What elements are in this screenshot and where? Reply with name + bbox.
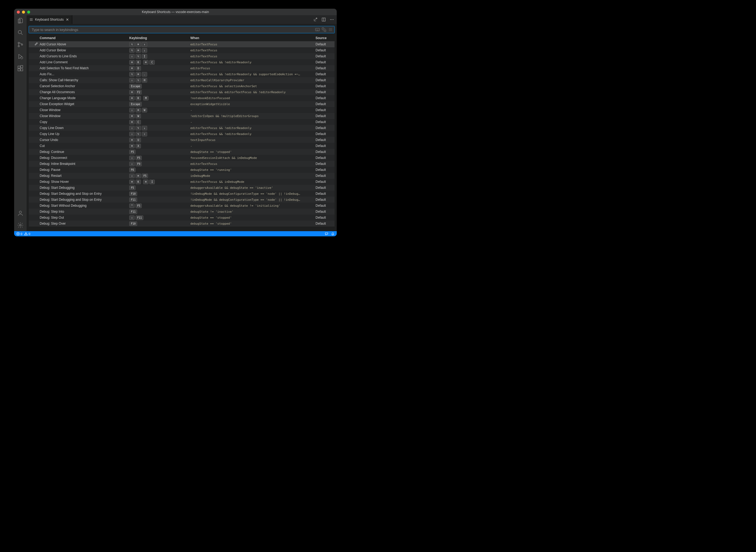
keybinding-cell: ⌘K⌘C — [129, 60, 190, 64]
keycap: ⌘ — [136, 108, 141, 113]
keycap: Escape — [129, 102, 142, 107]
svg-point-0 — [18, 30, 21, 34]
command-cell: Calls: Show Call Hierarchy — [40, 78, 129, 82]
keybinding-row[interactable]: Close Exception WidgetEscapeexceptionWid… — [29, 101, 335, 107]
when-cell: focusedSessionIsAttach && inDebugMode — [190, 156, 316, 160]
keybinding-row[interactable]: Change All Occurrences⌘F2editorTextFocus… — [29, 89, 335, 95]
keybinding-cell: F5 — [129, 150, 190, 154]
keybinding-row[interactable]: Debug: Step OverF10debugState == 'stoppe… — [29, 221, 335, 227]
keybinding-row[interactable]: Debug: Disconnect⇧F5focusedSessionIsAtta… — [29, 155, 335, 161]
keybinding-row[interactable]: Debug: Start Without Debugging^F5debugge… — [29, 202, 335, 209]
keycap: D — [136, 66, 141, 71]
source-cell: Default — [316, 186, 335, 189]
run-debug-icon[interactable] — [17, 53, 24, 60]
source-cell: Default — [316, 180, 335, 184]
header-command[interactable]: Command — [40, 36, 129, 40]
clear-search-icon[interactable] — [328, 27, 333, 32]
extensions-icon[interactable] — [17, 65, 24, 72]
keycap: ⇧ — [129, 54, 135, 59]
keybinding-row[interactable]: Add Cursors to Line Ends⇧⌥IeditorTextFoc… — [29, 53, 335, 59]
search-icon[interactable] — [17, 29, 24, 36]
source-cell: Default — [316, 78, 335, 82]
keybinding-row[interactable]: Copy Line Down⇧⌥↓editorTextFocus && !edi… — [29, 125, 335, 131]
source-control-icon[interactable] — [17, 41, 24, 48]
command-cell: Copy Line Up — [40, 132, 129, 136]
source-cell: Default — [316, 120, 335, 124]
keybinding-row[interactable]: Debug: Start Debugging and Stop on Entry… — [29, 191, 335, 197]
titlebar: Keyboard Shortcuts — vscode-exercises-ma… — [14, 9, 337, 15]
command-cell: Debug: Pause — [40, 168, 129, 172]
keybinding-row[interactable]: Copy Line Up⇧⌥↑editorTextFocus && !edito… — [29, 131, 335, 137]
header-source[interactable]: Source — [316, 36, 335, 40]
keybinding-row[interactable]: Close Window⌘W!editorIsOpen && !multiple… — [29, 113, 335, 119]
keycap: I — [142, 54, 147, 59]
when-cell: editorTextFocus && selectionAnchorSet — [190, 85, 316, 88]
maximize-window-button[interactable] — [27, 11, 30, 14]
settings-gear-icon[interactable] — [17, 222, 24, 229]
keybinding-row[interactable]: Cursor Undo⌘UtextInputFocusDefault — [29, 137, 335, 143]
keybinding-row[interactable]: Add Cursor Above⌥⌘↑editorTextFocusDefaul… — [29, 41, 335, 47]
keybinding-row[interactable]: Debug: Inline Breakpoint⇧F9editorTextFoc… — [29, 161, 335, 167]
keycap: ⇧ — [129, 216, 135, 220]
source-cell: Default — [316, 162, 335, 166]
status-problems[interactable]: 0 0 — [16, 232, 30, 236]
keybinding-row[interactable]: Cut⌘X-Default — [29, 143, 335, 149]
edit-keybinding-icon[interactable] — [34, 42, 38, 46]
tab-keyboard-shortcuts[interactable]: Keyboard Shortcuts — [27, 15, 72, 24]
keybinding-row[interactable]: Close Window⇧⌘W-Default — [29, 107, 335, 113]
keybinding-cell: ⇧⌥↑ — [129, 132, 190, 136]
keycap: ⌘ — [143, 60, 149, 64]
keybinding-row[interactable]: Add Line Comment⌘K⌘CeditorTextFocus && !… — [29, 59, 335, 65]
tab-close-icon[interactable] — [65, 18, 69, 21]
keycap: C — [136, 120, 141, 124]
command-cell: Add Cursor Above — [40, 42, 129, 46]
svg-point-3 — [21, 44, 23, 45]
header-keybinding[interactable]: Keybinding — [129, 36, 190, 40]
keybinding-row[interactable]: Auto Fix...⌥⌘.editorTextFocus && !editor… — [29, 71, 335, 77]
keybinding-row[interactable]: Debug: Step IntoF11debugState != 'inacti… — [29, 209, 335, 215]
keycap: ⌘ — [129, 66, 135, 71]
keycap: F5 — [129, 150, 136, 154]
record-keys-icon[interactable] — [315, 27, 320, 32]
svg-point-9 — [19, 211, 21, 213]
explorer-icon[interactable] — [17, 17, 24, 24]
keybinding-row[interactable]: Add Selection To Next Find Match⌘Deditor… — [29, 65, 335, 71]
minimize-window-button[interactable] — [22, 11, 25, 14]
keybinding-row[interactable]: Change Language Mode⌘KM!notebookEditorFo… — [29, 95, 335, 101]
grid-header: Command Keybinding When Source — [29, 35, 335, 41]
keycap: ⌥ — [136, 126, 141, 130]
more-actions-icon[interactable] — [330, 17, 334, 22]
keybinding-row[interactable]: Cancel Selection AnchorEscapeeditorTextF… — [29, 83, 335, 89]
notifications-bell-icon[interactable] — [331, 232, 335, 236]
close-window-button[interactable] — [17, 11, 20, 14]
keybinding-row[interactable]: Calls: Show Call Hierarchy⇧⌥HeditorHasCa… — [29, 77, 335, 83]
split-editor-icon[interactable] — [322, 17, 326, 22]
command-cell: Copy Line Down — [40, 126, 129, 130]
keybinding-row[interactable]: Debug: Start DebuggingF5debuggersAvailab… — [29, 185, 335, 191]
keycap: F11 — [136, 216, 143, 220]
keybinding-row[interactable]: Debug: PauseF6debugState == 'running'Def… — [29, 167, 335, 173]
accounts-icon[interactable] — [17, 210, 24, 217]
keycap: M — [143, 96, 149, 101]
error-icon — [16, 232, 20, 236]
search-area — [27, 24, 337, 35]
grid-body[interactable]: Add Cursor Above⌥⌘↑editorTextFocusDefaul… — [29, 41, 335, 231]
keybinding-row[interactable]: Debug: Step Out⇧F11debugState == 'stoppe… — [29, 215, 335, 221]
header-when[interactable]: When — [190, 36, 316, 40]
search-input[interactable] — [29, 26, 335, 33]
keybinding-row[interactable]: Add Cursor Below⌥⌘↓editorTextFocusDefaul… — [29, 47, 335, 53]
keybinding-row[interactable]: Debug: ContinueF5debugState == 'stopped'… — [29, 149, 335, 155]
keybinding-row[interactable]: Debug: Show Hover⌘K⌘IeditorTextFocus && … — [29, 179, 335, 185]
keycap: F11 — [129, 210, 137, 214]
keybinding-row[interactable]: Debug: Start Debugging and Stop on Entry… — [29, 197, 335, 202]
sort-precedence-icon[interactable] — [322, 27, 326, 32]
keybinding-row[interactable]: Debug: Restart⇧⌘F5inDebugModeDefault — [29, 173, 335, 179]
tab-bar: Keyboard Shortcuts — [27, 15, 337, 24]
keycap: F5 — [129, 185, 136, 190]
when-cell: editorTextFocus — [190, 43, 316, 46]
warning-icon — [24, 232, 28, 236]
feedback-icon[interactable] — [325, 232, 328, 236]
keycap: ↑ — [142, 132, 147, 136]
keybinding-row[interactable]: Copy⌘C-Default — [29, 119, 335, 125]
open-json-icon[interactable] — [313, 17, 318, 22]
